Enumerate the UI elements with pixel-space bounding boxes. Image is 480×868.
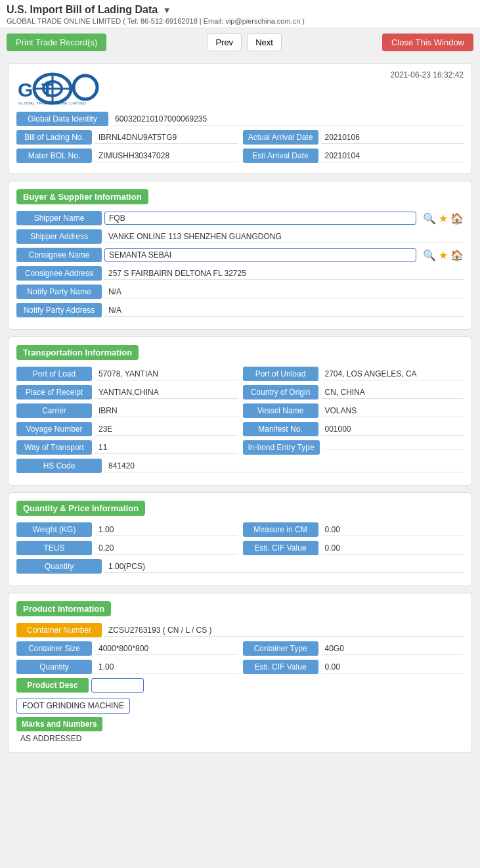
- prev-button[interactable]: Prev: [207, 34, 242, 51]
- product-quantity-value: 1.00: [95, 661, 238, 674]
- vessel-label: Vessel Name: [243, 403, 318, 418]
- port-load-value: 57078, YANTIAN: [95, 368, 238, 380]
- teus-label: TEUS: [16, 541, 92, 555]
- product-desc-outline-box: [91, 678, 144, 693]
- mater-bol-esti-row: Mater BOL No. ZIMUSHH30347028 Esti Arriv…: [16, 148, 464, 163]
- consignee-name-label: Consignee Name: [16, 248, 102, 262]
- consignee-name-row: Consignee Name SEMANTA SEBAI 🔍 ★ 🏠: [16, 248, 464, 262]
- country-origin-value: CN, CHINA: [321, 386, 464, 399]
- container-type-label: Container Type: [243, 641, 318, 656]
- way-transport-half: Way of Transport 11: [16, 440, 238, 455]
- container-size-type-row: Container Size 4000*800*800 Container Ty…: [16, 641, 464, 656]
- shipper-address-value: VANKE ONLINE 113 SHENZHEN GUANGDONG: [104, 231, 464, 243]
- way-transport-label: Way of Transport: [16, 440, 92, 455]
- inbond-value: [322, 446, 464, 449]
- product-quantity-cif-row: Quantity 1.00 Esti. CIF Value 0.00: [16, 660, 464, 674]
- hs-code-label: HS Code: [16, 459, 102, 473]
- product-quantity-label: Quantity: [16, 660, 92, 674]
- hs-code-value: 841420: [104, 460, 464, 472]
- global-data-identity-row: Global Data Identity 6003202101070000692…: [16, 112, 464, 126]
- esti-cif-label: Esti. CIF Value: [243, 541, 318, 555]
- esti-arrival-label: Esti Arrival Date: [243, 148, 318, 163]
- carrier-label: Carrier: [16, 403, 92, 418]
- consignee-icons: 🔍 ★ 🏠: [423, 249, 464, 262]
- consignee-search-icon[interactable]: 🔍: [423, 249, 436, 262]
- dropdown-arrow-icon[interactable]: ▼: [163, 5, 171, 15]
- port-load-label: Port of Load: [16, 367, 92, 381]
- page-title: U.S. Import Bill of Lading Data: [7, 4, 158, 15]
- logo-area: G T GLOBAL TRADE ONLINE LIMITED 2021-06-…: [16, 70, 464, 106]
- port-unload-half: Port of Unload 2704, LOS ANGELES, CA: [243, 367, 464, 381]
- notify-party-address-value: N/A: [104, 304, 464, 317]
- esti-cif-half: Esti. CIF Value 0.00: [243, 541, 464, 555]
- main-content: G T GLOBAL TRADE ONLINE LIMITED 2021-06-…: [0, 57, 480, 766]
- shipper-home-icon[interactable]: 🏠: [450, 212, 464, 225]
- voyage-half: Voyage Number 23E: [16, 422, 238, 436]
- container-size-value: 4000*800*800: [95, 643, 238, 655]
- teus-half: TEUS 0.20: [16, 541, 238, 555]
- vessel-value: VOLANS: [321, 405, 464, 417]
- quantity-value: 1.00(PCS): [104, 560, 464, 573]
- notify-party-name-value: N/A: [104, 286, 464, 298]
- bol-value: IBRNL4DNU9AT5TG9: [95, 131, 238, 144]
- esti-arrival-value: 20210104: [321, 150, 464, 162]
- product-desc-value: FOOT GRINDING MACHINE: [16, 698, 130, 714]
- container-size-half: Container Size 4000*800*800: [16, 641, 238, 656]
- voyage-label: Voyage Number: [16, 422, 92, 436]
- svg-text:GLOBAL TRADE ONLINE LIMITED: GLOBAL TRADE ONLINE LIMITED: [18, 101, 86, 105]
- consignee-home-icon[interactable]: 🏠: [450, 249, 464, 262]
- weight-half: Weight (KG) 1.00: [16, 522, 238, 537]
- consignee-star-icon[interactable]: ★: [439, 249, 448, 262]
- product-card: Product Information Container Number ZCS…: [8, 593, 472, 753]
- shipper-icons: 🔍 ★ 🏠: [423, 212, 464, 225]
- esti-cif-value: 0.00: [321, 542, 464, 555]
- svg-text:T: T: [41, 79, 53, 101]
- voyage-value: 23E: [95, 423, 238, 436]
- print-button[interactable]: Print Trade Record(s): [7, 34, 106, 51]
- teus-cif-row: TEUS 0.20 Esti. CIF Value 0.00: [16, 541, 464, 555]
- hs-code-row: HS Code 841420: [16, 459, 464, 473]
- shipper-address-row: Shipper Address VANKE ONLINE 113 SHENZHE…: [16, 229, 464, 244]
- bol-half: Bill of Lading No. IBRNL4DNU9AT5TG9: [16, 130, 238, 145]
- svg-point-6: [74, 76, 97, 99]
- shipper-name-label: Shipper Name: [16, 211, 102, 225]
- bol-arrival-row: Bill of Lading No. IBRNL4DNU9AT5TG9 Actu…: [16, 130, 464, 145]
- consignee-name-value: SEMANTA SEBAI: [104, 248, 416, 262]
- subtitle: GLOBAL TRADE ONLINE LIMITED ( Tel: 86-51…: [7, 17, 473, 25]
- shipper-name-row: Shipper Name FQB 🔍 ★ 🏠: [16, 211, 464, 225]
- next-button[interactable]: Next: [247, 34, 282, 51]
- mater-bol-value: ZIMUSHH30347028: [95, 150, 238, 162]
- shipper-search-icon[interactable]: 🔍: [423, 212, 436, 225]
- port-unload-label: Port of Unload: [243, 367, 318, 381]
- notify-party-name-row: Notify Party Name N/A: [16, 285, 464, 299]
- manifest-half: Manifest No. 001000: [243, 422, 464, 436]
- consignee-address-label: Consignee Address: [16, 266, 102, 281]
- consignee-address-row: Consignee Address 257 S FAIRBAIRN DELTON…: [16, 266, 464, 281]
- toolbar: Print Trade Record(s) Prev Next Close Th…: [0, 28, 480, 57]
- product-quantity-half: Quantity 1.00: [16, 660, 238, 674]
- way-inbond-row: Way of Transport 11 In-bond Entry Type: [16, 440, 464, 455]
- shipper-star-icon[interactable]: ★: [439, 212, 448, 225]
- container-number-value: ZCSU2763193 ( CN / L / CS ): [104, 624, 464, 637]
- marks-section: Marks and Numbers: [16, 719, 464, 729]
- bol-label: Bill of Lading No.: [16, 130, 92, 145]
- carrier-half: Carrier IBRN: [16, 403, 238, 418]
- inbond-label: In-bond Entry Type: [243, 440, 320, 455]
- carrier-vessel-row: Carrier IBRN Vessel Name VOLANS: [16, 403, 464, 418]
- way-transport-value: 11: [95, 442, 238, 454]
- marks-value: AS ADDRESSED: [16, 733, 464, 744]
- transportation-header: Transportation Information: [16, 345, 139, 360]
- measure-half: Measure in CM 0.00: [243, 522, 464, 537]
- global-data-identity-label: Global Data Identity: [16, 112, 108, 126]
- close-button[interactable]: Close This Window: [382, 34, 473, 51]
- product-desc-row: Product Desc: [16, 678, 464, 693]
- gto-logo-svg: G T GLOBAL TRADE ONLINE LIMITED: [16, 72, 102, 106]
- shipper-address-label: Shipper Address: [16, 229, 102, 244]
- actual-arrival-value: 20210106: [321, 131, 464, 144]
- container-type-half: Container Type 40G0: [243, 641, 464, 656]
- country-origin-label: Country of Origin: [243, 385, 318, 400]
- weight-measure-row: Weight (KG) 1.00 Measure in CM 0.00: [16, 522, 464, 537]
- notify-party-address-label: Notify Party Address: [16, 303, 102, 317]
- top-bar: U.S. Import Bill of Lading Data ▼ GLOBAL…: [0, 0, 480, 28]
- quantity-row: Quantity 1.00(PCS): [16, 559, 464, 574]
